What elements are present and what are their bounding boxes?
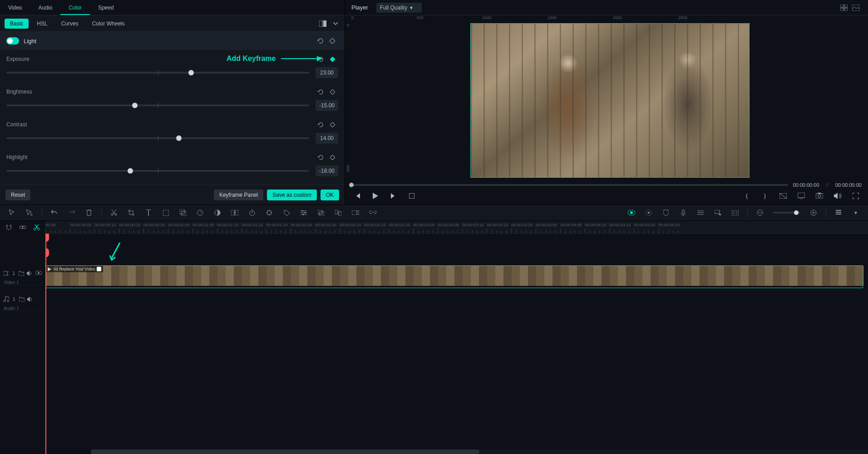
magnet-icon[interactable] (4, 221, 14, 233)
keyframe-icon[interactable] (326, 53, 338, 65)
image-view-icon[interactable] (850, 2, 862, 14)
light-toggle[interactable] (6, 37, 19, 45)
shield-icon[interactable] (660, 207, 672, 219)
zoom-slider[interactable] (773, 212, 800, 214)
reset-slider-icon[interactable] (315, 119, 326, 130)
slider-track[interactable] (6, 105, 309, 106)
tab-audio[interactable]: Audio (30, 0, 60, 15)
keyframe-icon[interactable] (326, 184, 338, 185)
grid-view-icon[interactable] (838, 2, 850, 14)
next-frame-icon[interactable] (388, 190, 399, 202)
mixer-icon[interactable] (695, 207, 706, 219)
prev-frame-icon[interactable] (351, 190, 363, 202)
play-icon[interactable] (370, 190, 381, 202)
save-as-custom-button[interactable]: Save as custom (267, 190, 316, 200)
ratio-icon[interactable] (777, 190, 789, 202)
compare-view-icon[interactable] (318, 19, 327, 28)
adjust-icon[interactable] (298, 207, 310, 219)
timeline-scrollbar[interactable] (91, 449, 868, 454)
playhead[interactable] (45, 234, 46, 454)
cut-icon[interactable] (108, 207, 120, 219)
link-icon[interactable] (367, 207, 379, 219)
list-icon[interactable] (833, 207, 844, 219)
timeline-ruler[interactable]: 00:0000:00:00:0500:00:00:1000:00:00:1500… (45, 221, 868, 234)
speed-icon[interactable] (194, 207, 206, 219)
ok-button[interactable]: OK (321, 190, 339, 200)
select-tool-icon[interactable] (6, 207, 18, 219)
mark-in-icon[interactable]: { (741, 190, 753, 202)
slider-label: Highlight (6, 154, 28, 160)
reset-slider-icon[interactable] (315, 86, 326, 98)
slider-value[interactable]: 23.00 (316, 67, 338, 78)
effects-icon[interactable] (643, 207, 655, 219)
redo-icon[interactable] (66, 207, 78, 219)
mark-out-icon[interactable]: } (759, 190, 771, 202)
tag-icon[interactable] (281, 207, 292, 219)
display-icon[interactable] (795, 190, 807, 202)
undo-icon[interactable] (49, 207, 60, 219)
slider-value[interactable]: -18.00 (316, 165, 338, 176)
eye-icon[interactable] (35, 271, 42, 275)
preview-area[interactable] (351, 22, 868, 179)
mic-icon[interactable] (677, 207, 689, 219)
slider-track[interactable] (6, 72, 309, 74)
quality-select[interactable]: Full Quality▾ (376, 3, 422, 13)
shape-icon[interactable] (160, 207, 172, 219)
video-clip[interactable]: 02 Replace Your Video (45, 265, 863, 286)
layers-icon[interactable] (332, 207, 344, 219)
tab-video[interactable]: Video (0, 0, 30, 15)
reset-button[interactable]: Reset (5, 190, 30, 200)
tab-color[interactable]: Color (60, 0, 90, 15)
record-icon[interactable] (350, 207, 361, 219)
snapshot-icon[interactable] (814, 190, 825, 202)
keyframe-icon[interactable] (326, 151, 338, 163)
link-tracks-icon[interactable] (18, 221, 28, 233)
timer-icon[interactable] (246, 207, 258, 219)
volume-icon[interactable] (832, 190, 843, 202)
subtab-curves[interactable]: Curves (56, 19, 84, 29)
reset-slider-icon[interactable] (315, 184, 326, 185)
lasso-tool-icon[interactable] (24, 207, 35, 219)
folder-icon[interactable] (19, 271, 24, 276)
scrub-bar[interactable] (351, 184, 788, 186)
chevron-down-icon[interactable]: ▾ (850, 207, 862, 219)
reset-slider-icon[interactable] (315, 151, 326, 163)
subtab-color-wheels[interactable]: Color Wheels (87, 19, 130, 29)
keyframe-icon[interactable] (326, 86, 338, 98)
keyframe-panel-button[interactable]: Keyframe Panel (214, 190, 263, 200)
tab-speed[interactable]: Speed (90, 0, 122, 15)
light-title: Light (24, 38, 36, 45)
crop-icon[interactable] (125, 207, 137, 219)
keyframe-section-icon[interactable] (326, 35, 338, 47)
subtab-hsl[interactable]: HSL (31, 19, 53, 29)
slider-track[interactable] (6, 137, 309, 139)
tracking-icon[interactable] (263, 207, 275, 219)
razor-icon[interactable] (31, 221, 42, 233)
zoom-out-icon[interactable] (754, 207, 766, 219)
mute-icon[interactable] (27, 271, 33, 276)
transition-icon[interactable] (229, 207, 241, 219)
reset-section-icon[interactable] (315, 35, 326, 47)
fullscreen-icon[interactable] (850, 190, 862, 202)
reset-slider-icon[interactable] (315, 53, 326, 65)
subtab-basic[interactable]: Basic (5, 19, 29, 29)
marker-icon[interactable] (712, 207, 724, 219)
slider-value[interactable]: 14.00 (316, 133, 338, 144)
timeline-tracks[interactable]: 02 Replace Your Video (45, 234, 868, 454)
zoom-in-icon[interactable] (808, 207, 819, 219)
svg-point-46 (34, 228, 36, 230)
slider-value[interactable]: -15.00 (316, 100, 338, 111)
chevron-down-icon[interactable] (331, 19, 340, 28)
caption-icon[interactable] (729, 207, 741, 219)
render-icon[interactable] (626, 207, 637, 219)
mute-icon[interactable] (27, 297, 33, 302)
slider-track[interactable] (6, 170, 309, 172)
color-icon[interactable] (212, 207, 223, 219)
keyframe-icon[interactable] (326, 119, 338, 130)
stop-icon[interactable] (406, 190, 418, 202)
group-icon[interactable] (315, 207, 327, 219)
text-icon[interactable] (143, 207, 154, 219)
folder-icon[interactable] (19, 297, 25, 302)
mask-icon[interactable] (177, 207, 189, 219)
delete-icon[interactable] (83, 207, 95, 219)
